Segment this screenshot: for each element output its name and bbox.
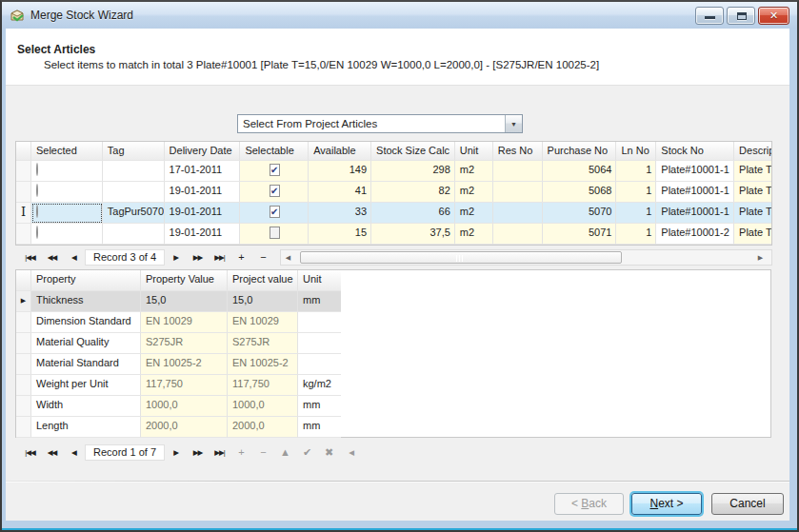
- col-selectable[interactable]: Selectable: [240, 142, 309, 161]
- dialog-body: Select Articles Select items to match in…: [6, 29, 789, 521]
- selectable-checkbox[interactable]: ✔: [270, 227, 279, 239]
- minimize-icon: [705, 16, 715, 19]
- scroll-left-icon[interactable]: ◀: [281, 254, 295, 262]
- last-record-button[interactable]: ▶▶|: [209, 444, 230, 461]
- fast-next-button[interactable]: ▶▶: [187, 444, 209, 461]
- fast-prev-button[interactable]: ◀◀: [41, 249, 63, 266]
- last-record-button[interactable]: ▶▶|: [209, 249, 230, 266]
- scrollbar-thumb[interactable]: [300, 251, 622, 264]
- record-counter: Record 1 of 7: [85, 444, 165, 461]
- select-radio[interactable]: [36, 205, 38, 218]
- property-row[interactable]: Width 1000,0 1000,0 mm: [16, 396, 770, 417]
- cancel-button[interactable]: Cancel: [711, 493, 784, 515]
- chevron-down-icon: ▼: [510, 121, 517, 128]
- delete-record-button[interactable]: −: [252, 249, 274, 266]
- table-row[interactable]: 17-01-2011 ✔ 149 298 m2 5064 1 Plate#100…: [16, 161, 771, 182]
- post-edit-button[interactable]: ✔: [296, 444, 318, 461]
- wizard-header: Select Articles Select items to match in…: [6, 29, 789, 86]
- col-stock-size-calc[interactable]: Stock Size Calc: [371, 142, 455, 161]
- combo-value: Select From Project Articles: [238, 118, 505, 129]
- table-row[interactable]: 19-01-2011 ✔ 41 82 m2 5068 1 Plate#10001…: [16, 182, 771, 203]
- col-tag[interactable]: Tag: [103, 142, 165, 161]
- col-stock-no[interactable]: Stock No: [656, 142, 734, 161]
- select-radio[interactable]: [36, 226, 38, 239]
- prev-record-button[interactable]: ◀: [63, 249, 85, 266]
- property-row[interactable]: Length 2000,0 2000,0 mm: [16, 417, 770, 438]
- article-source-combo[interactable]: Select From Project Articles ▼: [237, 114, 523, 133]
- combo-dropdown-button[interactable]: ▼: [505, 115, 522, 132]
- next-button[interactable]: Next >: [631, 493, 702, 515]
- footer-separator: [6, 481, 789, 482]
- scroll-left-icon: ◀: [340, 444, 362, 461]
- select-radio[interactable]: [36, 184, 38, 197]
- col-available[interactable]: Available: [309, 142, 371, 161]
- first-record-button[interactable]: |◀◀: [19, 249, 41, 266]
- current-row-icon: ▶: [21, 297, 26, 304]
- selectable-checkbox[interactable]: ✔: [270, 164, 279, 176]
- fast-next-button[interactable]: ▶▶: [187, 249, 209, 266]
- col-delivery-date[interactable]: Delivery Date: [165, 142, 241, 161]
- title-bar[interactable]: Merge Stock Wizard ✕: [2, 2, 797, 29]
- properties-grid-header: Property Property Value Project value Un…: [16, 270, 770, 291]
- app-icon: [10, 9, 25, 23]
- record-counter: Record 3 of 4: [85, 249, 165, 266]
- window-title: Merge Stock Wizard: [30, 9, 133, 22]
- property-row[interactable]: Material Quality S275JR S275JR: [16, 333, 770, 354]
- close-icon: ✕: [759, 10, 789, 22]
- articles-grid-header: Selected Tag Delivery Date Selectable Av…: [16, 142, 771, 161]
- col-unit[interactable]: Unit: [298, 270, 341, 291]
- col-property-value[interactable]: Property Value: [141, 270, 228, 291]
- minimize-button[interactable]: [695, 7, 724, 25]
- properties-record-navigator: |◀◀ ◀◀ ◀ Record 1 of 7 ▶ ▶▶ ▶▶| + − ▲ ✔ …: [19, 444, 362, 461]
- col-property[interactable]: Property: [31, 270, 141, 291]
- properties-grid: Property Property Value Project value Un…: [15, 269, 771, 438]
- text-cursor-icon: I: [21, 205, 26, 219]
- table-row[interactable]: 19-01-2011 ✔ 15 37,5 m2 5071 1 Plate#100…: [16, 224, 771, 245]
- insert-record-button[interactable]: +: [230, 249, 252, 266]
- articles-grid: Selected Tag Delivery Date Selectable Av…: [15, 141, 772, 246]
- cancel-edit-button[interactable]: ✖: [318, 444, 340, 461]
- col-ln-no[interactable]: Ln No: [616, 142, 656, 161]
- back-button: < Back: [554, 493, 624, 515]
- col-unit[interactable]: Unit: [455, 142, 493, 161]
- prev-record-button[interactable]: ◀: [63, 444, 85, 461]
- property-row[interactable]: Material Standard EN 10025-2 EN 10025-2: [16, 354, 770, 375]
- property-row[interactable]: Weight per Unit 117,750 117,750 kg/m2: [16, 375, 770, 396]
- horizontal-scrollbar[interactable]: ◀ ▶: [280, 249, 772, 266]
- wizard-window: Merge Stock Wizard ✕ Select Articles Sel…: [0, 0, 799, 532]
- property-row[interactable]: ▶ Thickness 15,0 15,0 mm: [16, 291, 770, 312]
- scrollbar-grip-icon: [456, 255, 466, 262]
- next-record-button[interactable]: ▶: [165, 444, 187, 461]
- page-subtitle: Select items to match in total 3 Plate#1…: [44, 59, 599, 70]
- col-project-value[interactable]: Project value: [228, 270, 298, 291]
- property-row[interactable]: Dimension Standard EN 10029 EN 10029: [16, 312, 770, 333]
- next-record-button[interactable]: ▶: [165, 249, 187, 266]
- maximize-icon: [737, 12, 747, 20]
- select-radio[interactable]: [36, 163, 38, 176]
- selectable-checkbox[interactable]: ✔: [270, 185, 279, 197]
- first-record-button[interactable]: |◀◀: [19, 444, 41, 461]
- maximize-button[interactable]: [727, 7, 755, 25]
- fast-prev-button[interactable]: ◀◀: [41, 444, 63, 461]
- edit-record-button[interactable]: ▲: [274, 444, 296, 461]
- col-purchase-no[interactable]: Purchase No: [543, 142, 617, 161]
- scroll-right-icon[interactable]: ▶: [753, 254, 768, 262]
- col-description[interactable]: Descrip: [734, 142, 771, 161]
- delete-record-button[interactable]: −: [252, 444, 274, 461]
- selectable-checkbox[interactable]: ✔: [270, 206, 279, 218]
- col-res-no[interactable]: Res No: [493, 142, 543, 161]
- table-row-selected[interactable]: I TagPur5070 19-01-2011 ✔ 33 66 m2 5070 …: [16, 203, 771, 224]
- page-title: Select Articles: [17, 43, 95, 56]
- col-selected[interactable]: Selected: [31, 142, 103, 161]
- insert-record-button[interactable]: +: [230, 444, 252, 461]
- close-button[interactable]: ✕: [758, 7, 789, 25]
